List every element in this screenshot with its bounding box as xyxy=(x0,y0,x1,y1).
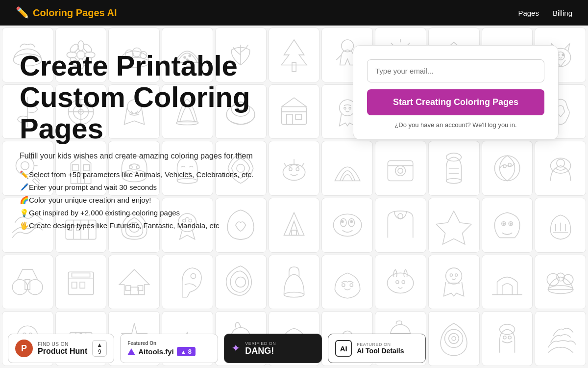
aitooldetails-badge[interactable]: AI FEATURED ON AI Tool Details xyxy=(328,334,426,363)
signup-panel: Start Creating Coloring Pages ¿Do you ha… xyxy=(353,45,559,140)
feature-item: 💡Get inspired by +2,000 existing colorin… xyxy=(20,209,323,217)
logo: ✏️ Coloring Pages AI xyxy=(16,6,117,19)
aitooldetails-logo-icon: AI xyxy=(335,340,352,357)
nav-pages-link[interactable]: Pages xyxy=(518,9,539,17)
aitools-triangle-icon xyxy=(127,348,135,355)
cta-button[interactable]: Start Creating Coloring Pages xyxy=(367,89,544,115)
feature-item: 🖐Create design types like Futuristic, Fa… xyxy=(20,221,323,230)
upvote-badge: ▲ 9 xyxy=(92,340,107,357)
hero-title: Create Printable Custom Coloring Pages xyxy=(20,50,323,144)
main-content: Create Printable Custom Coloring Pages F… xyxy=(0,26,588,368)
nav-links: Pages Billing xyxy=(518,9,572,17)
hero-subtitle: Fulfill your kids wishes and create amaz… xyxy=(20,152,323,160)
aitools-count: ▲ 8 xyxy=(177,347,196,356)
hero-panel: Create Printable Custom Coloring Pages F… xyxy=(0,40,343,240)
nav-billing-link[interactable]: Billing xyxy=(553,9,572,17)
badges-bar: P FIND US ON Product Hunt ▲ 9 Featured O… xyxy=(0,329,588,368)
signup-card: Start Creating Coloring Pages ¿Do you ha… xyxy=(353,45,559,140)
aitools-content: Featured On Aitools.fyi ▲ 8 xyxy=(127,341,196,356)
aitools-badge[interactable]: Featured On Aitools.fyi ▲ 8 xyxy=(120,334,218,363)
features-list: ✏️Select from +50 parameters like Animal… xyxy=(20,170,323,230)
pencil-icon: ✏️ xyxy=(16,6,29,19)
navbar: ✏️ Coloring Pages AI Pages Billing xyxy=(0,0,588,26)
dang-badge[interactable]: ✦ Verified on DANG! xyxy=(224,334,322,363)
product-hunt-logo: P xyxy=(15,340,33,357)
login-hint: ¿Do you have an account? We'll log you i… xyxy=(367,121,544,129)
logo-text: Coloring Pages AI xyxy=(33,7,117,19)
product-hunt-text: FIND US ON Product Hunt xyxy=(38,342,87,356)
feature-item: ✏️Select from +50 parameters like Animal… xyxy=(20,170,323,179)
dang-verified-icon: ✦ xyxy=(231,342,240,355)
email-input[interactable] xyxy=(367,59,544,82)
feature-item: 🖊️Enter your prompt and wait 30 seconds xyxy=(20,183,323,192)
product-hunt-badge[interactable]: P FIND US ON Product Hunt ▲ 9 xyxy=(8,334,114,363)
feature-item: 🌈Color your unique creation and enjoy! xyxy=(20,196,323,205)
